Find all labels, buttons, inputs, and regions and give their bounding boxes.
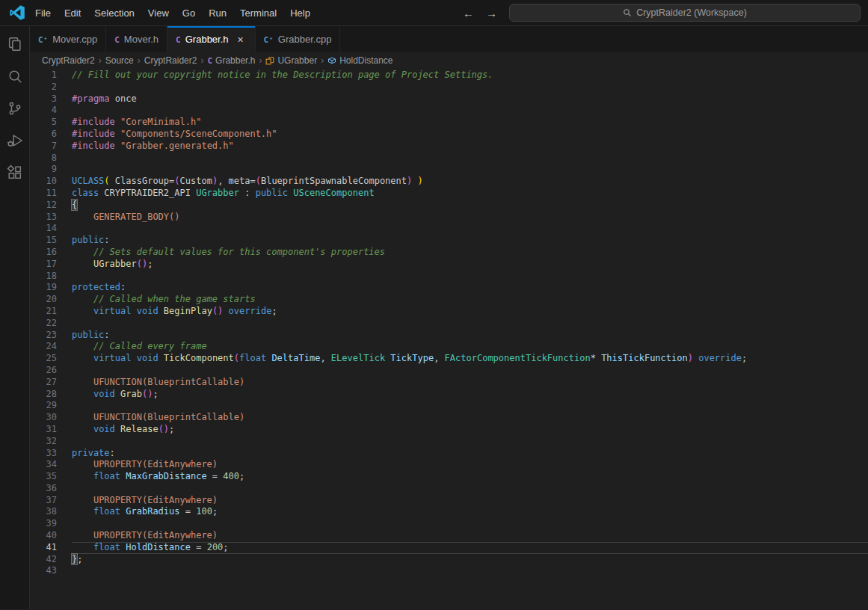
line-number: 32 <box>30 436 72 448</box>
tab-bar: C⁺Mover.cppCMover.hCGrabber.h×C⁺Grabber.… <box>30 26 868 52</box>
extensions-icon[interactable] <box>5 163 25 182</box>
code-text <box>72 518 868 530</box>
code-text: private: <box>72 448 868 460</box>
code-text: void Grab(); <box>72 389 868 401</box>
code-line-27[interactable]: 27 UFUNCTION(BlueprintCallable) <box>30 377 868 389</box>
code-line-1[interactable]: 1// Fill out your copyright notice in th… <box>30 70 868 81</box>
title-bar: FileEditSelectionViewGoRunTerminalHelp ←… <box>0 0 868 26</box>
menu-selection[interactable]: Selection <box>87 5 141 21</box>
explorer-icon[interactable] <box>5 34 25 54</box>
code-line-32[interactable]: 32 <box>30 436 868 448</box>
code-text: protected: <box>72 282 868 294</box>
workbench: C⁺Mover.cppCMover.hCGrabber.h×C⁺Grabber.… <box>0 26 868 609</box>
line-number: 41 <box>30 542 72 554</box>
source-control-icon[interactable] <box>5 99 25 118</box>
code-line-25[interactable]: 25 virtual void TickComponent(float Delt… <box>30 353 868 365</box>
menu-edit[interactable]: Edit <box>58 5 87 21</box>
forward-icon[interactable]: → <box>486 7 497 19</box>
tab-mover-h[interactable]: CMover.h <box>106 26 167 52</box>
breadcrumb-item[interactable]: Source <box>105 55 134 66</box>
close-icon[interactable]: × <box>235 34 247 46</box>
menu-run[interactable]: Run <box>202 5 233 21</box>
line-number: 14 <box>30 223 72 235</box>
breadcrumb: CryptRaider2›Source›CryptRaider2›CGrabbe… <box>30 52 868 69</box>
symbol-class-icon <box>265 56 274 65</box>
breadcrumb-item[interactable]: UGrabber <box>265 55 317 66</box>
line-number: 13 <box>30 212 72 224</box>
code-line-2[interactable]: 2 <box>30 81 868 93</box>
code-line-26[interactable]: 26 <box>30 365 868 377</box>
code-text <box>72 436 868 448</box>
code-line-7[interactable]: 7#include "Grabber.generated.h" <box>30 141 868 152</box>
code-text <box>72 223 868 235</box>
code-text: float GrabRadius = 100; <box>72 506 868 518</box>
code-text: // Fill out your copyright notice in the… <box>72 70 868 81</box>
code-line-5[interactable]: 5#include "CoreMinimal.h" <box>30 117 868 129</box>
history-nav: ← → <box>463 7 497 19</box>
code-text: UPROPERTY(EditAnywhere) <box>72 530 868 542</box>
code-line-19[interactable]: 19protected: <box>30 282 868 294</box>
code-line-6[interactable]: 6#include "Components/SceneComponent.h" <box>30 129 868 141</box>
code-line-29[interactable]: 29 <box>30 400 868 412</box>
code-line-33[interactable]: 33private: <box>30 448 868 460</box>
breadcrumb-item[interactable]: CryptRaider2 <box>42 55 95 66</box>
code-line-18[interactable]: 18 <box>30 271 868 283</box>
line-number: 8 <box>30 152 72 164</box>
code-line-30[interactable]: 30 UFUNCTION(BlueprintCallable) <box>30 412 868 424</box>
code-line-11[interactable]: 11class CRYPTRAIDER2_API UGrabber : publ… <box>30 188 868 200</box>
line-number: 11 <box>30 188 72 200</box>
code-line-20[interactable]: 20 // Called when the game starts <box>30 294 868 306</box>
code-line-36[interactable]: 36 <box>30 483 868 495</box>
code-line-34[interactable]: 34 UPROPERTY(EditAnywhere) <box>30 459 868 471</box>
code-line-31[interactable]: 31 void Release(); <box>30 424 868 436</box>
breadcrumb-item[interactable]: CGrabber.h <box>207 55 255 66</box>
breadcrumb-separator: › <box>319 55 325 66</box>
code-line-10[interactable]: 10UCLASS( ClassGroup=(Custom), meta=(Blu… <box>30 176 868 188</box>
code-line-38[interactable]: 38 float GrabRadius = 100; <box>30 506 868 518</box>
tab-mover-cpp[interactable]: C⁺Mover.cpp <box>30 26 106 52</box>
breadcrumb-item[interactable]: HoldDistance <box>327 55 393 66</box>
code-line-17[interactable]: 17 UGrabber(); <box>30 259 868 271</box>
editor-group: C⁺Mover.cppCMover.hCGrabber.h×C⁺Grabber.… <box>30 26 868 609</box>
code-area[interactable]: 1// Fill out your copyright notice in th… <box>30 69 868 609</box>
line-number: 30 <box>30 412 72 424</box>
code-line-24[interactable]: 24 // Called every frame <box>30 341 868 353</box>
code-line-43[interactable]: 43 <box>30 565 868 577</box>
tab-label: Mover.cpp <box>52 34 97 45</box>
code-line-21[interactable]: 21 virtual void BeginPlay() override; <box>30 306 868 318</box>
code-line-4[interactable]: 4 <box>30 105 868 117</box>
menu-go[interactable]: Go <box>176 5 202 21</box>
code-line-37[interactable]: 37 UPROPERTY(EditAnywhere) <box>30 495 868 507</box>
tab-grabber-h[interactable]: CGrabber.h× <box>167 26 255 52</box>
line-number: 42 <box>30 554 72 566</box>
code-line-22[interactable]: 22 <box>30 318 868 330</box>
code-line-16[interactable]: 16 // Sets default values for this compo… <box>30 247 868 259</box>
code-line-13[interactable]: 13 GENERATED_BODY() <box>30 212 868 224</box>
menu-view[interactable]: View <box>141 5 176 21</box>
back-icon[interactable]: ← <box>463 7 474 19</box>
code-line-3[interactable]: 3#pragma once <box>30 93 868 105</box>
code-line-39[interactable]: 39 <box>30 518 868 530</box>
code-line-23[interactable]: 23public: <box>30 330 868 342</box>
code-line-40[interactable]: 40 UPROPERTY(EditAnywhere) <box>30 530 868 542</box>
code-line-9[interactable]: 9 <box>30 164 868 176</box>
code-line-15[interactable]: 15public: <box>30 235 868 247</box>
code-line-28[interactable]: 28 void Grab(); <box>30 389 868 401</box>
run-debug-icon[interactable] <box>5 131 25 150</box>
code-text <box>72 164 868 176</box>
line-number: 24 <box>30 341 72 353</box>
code-line-35[interactable]: 35 float MaxGrabDistance = 400; <box>30 471 868 483</box>
search-icon[interactable] <box>5 67 25 86</box>
menu-terminal[interactable]: Terminal <box>233 5 283 21</box>
code-line-14[interactable]: 14 <box>30 223 868 235</box>
command-center-search[interactable]: CryptRaider2 (Workspace) <box>509 4 861 22</box>
menu-file[interactable]: File <box>28 5 58 21</box>
tab-grabber-cpp[interactable]: C⁺Grabber.cpp <box>256 26 341 52</box>
code-line-12[interactable]: 12{ <box>30 200 868 212</box>
line-number: 2 <box>30 81 72 93</box>
code-line-8[interactable]: 8 <box>30 152 868 164</box>
breadcrumb-item[interactable]: CryptRaider2 <box>144 55 197 66</box>
menu-help[interactable]: Help <box>283 5 317 21</box>
code-line-41[interactable]: 41 float HoldDistance = 200; <box>30 542 868 554</box>
code-line-42[interactable]: 42}; <box>30 554 868 566</box>
